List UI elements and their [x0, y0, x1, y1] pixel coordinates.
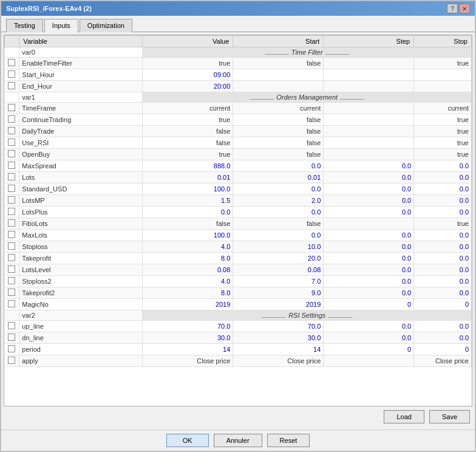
- row-stop[interactable]: current: [414, 103, 472, 114]
- row-stop[interactable]: 0.0: [414, 276, 472, 287]
- row-value[interactable]: 4.0: [143, 276, 233, 287]
- checkbox[interactable]: [8, 345, 15, 352]
- row-stop[interactable]: 0.0: [414, 230, 472, 241]
- row-value[interactable]: 30.0: [143, 332, 233, 344]
- row-step[interactable]: [324, 114, 414, 126]
- checkbox[interactable]: [8, 219, 15, 227]
- checkbox[interactable]: [8, 196, 15, 204]
- row-start[interactable]: 20.0: [233, 253, 324, 264]
- row-stop[interactable]: 0.0: [414, 264, 472, 276]
- row-stop[interactable]: true: [414, 218, 472, 230]
- row-stop[interactable]: 0.0: [414, 160, 472, 172]
- row-stop[interactable]: 0.0: [414, 183, 472, 195]
- row-step[interactable]: 0.0: [324, 332, 414, 344]
- row-stop[interactable]: [414, 69, 472, 81]
- row-value[interactable]: current: [143, 103, 233, 114]
- row-step[interactable]: 0.0: [324, 172, 414, 183]
- row-stop[interactable]: 0.0: [414, 172, 472, 183]
- row-step[interactable]: [324, 218, 414, 230]
- row-value[interactable]: 20:00: [143, 81, 233, 92]
- row-step[interactable]: 0.0: [324, 195, 414, 207]
- row-stop[interactable]: 0: [414, 344, 472, 355]
- row-value[interactable]: 0.08: [143, 264, 233, 276]
- save-button[interactable]: Save: [429, 410, 470, 423]
- row-value[interactable]: 100.0: [143, 183, 233, 195]
- row-start[interactable]: Close price: [233, 355, 324, 367]
- row-value[interactable]: 70.0: [143, 321, 233, 332]
- tab-testing[interactable]: Testing: [6, 19, 43, 32]
- row-step[interactable]: 0.0: [324, 207, 414, 218]
- row-stop[interactable]: 0.0: [414, 321, 472, 332]
- checkbox[interactable]: [8, 82, 15, 89]
- cancel-button[interactable]: Annuler: [214, 434, 262, 447]
- checkbox[interactable]: [8, 334, 15, 341]
- row-value[interactable]: 1.5: [143, 195, 233, 207]
- row-value[interactable]: false: [143, 126, 233, 137]
- checkbox[interactable]: [8, 277, 15, 284]
- row-step[interactable]: 0.0: [324, 183, 414, 195]
- row-stop[interactable]: 0.0: [414, 241, 472, 253]
- row-step[interactable]: [324, 126, 414, 137]
- row-start[interactable]: 7.0: [233, 276, 324, 287]
- row-value[interactable]: 09:00: [143, 69, 233, 81]
- close-button[interactable]: ✕: [459, 4, 470, 13]
- checkbox[interactable]: [8, 265, 15, 273]
- checkbox[interactable]: [8, 162, 15, 169]
- row-stop[interactable]: true: [414, 58, 472, 69]
- row-start[interactable]: false: [233, 58, 324, 69]
- checkbox[interactable]: [8, 254, 15, 261]
- row-value[interactable]: 100.0: [143, 230, 233, 241]
- row-stop[interactable]: 0: [414, 299, 472, 310]
- row-value[interactable]: false: [143, 218, 233, 230]
- params-table-container[interactable]: Variable Value Start Step Stop var0 Time…: [4, 35, 472, 406]
- row-start[interactable]: 0.08: [233, 264, 324, 276]
- row-start[interactable]: 0.0: [233, 160, 324, 172]
- row-stop[interactable]: true: [414, 149, 472, 160]
- row-step[interactable]: [324, 355, 414, 367]
- row-stop[interactable]: 0.0: [414, 207, 472, 218]
- row-start[interactable]: 2019: [233, 299, 324, 310]
- row-value[interactable]: 8.0: [143, 253, 233, 264]
- row-start[interactable]: 9.0: [233, 287, 324, 299]
- row-value[interactable]: true: [143, 149, 233, 160]
- row-value[interactable]: 4.0: [143, 241, 233, 253]
- row-start[interactable]: 10.0: [233, 241, 324, 253]
- row-start[interactable]: false: [233, 137, 324, 149]
- row-value[interactable]: 14: [143, 344, 233, 355]
- row-value[interactable]: true: [143, 58, 233, 69]
- ok-button[interactable]: OK: [166, 434, 209, 447]
- checkbox[interactable]: [8, 289, 15, 296]
- row-step[interactable]: 0.0: [324, 241, 414, 253]
- row-stop[interactable]: true: [414, 137, 472, 149]
- row-start[interactable]: 0.01: [233, 172, 324, 183]
- checkbox[interactable]: [8, 139, 15, 146]
- row-step[interactable]: 0: [324, 344, 414, 355]
- row-stop[interactable]: 0.0: [414, 195, 472, 207]
- checkbox[interactable]: [8, 150, 15, 157]
- row-stop[interactable]: true: [414, 114, 472, 126]
- tab-optimization[interactable]: Optimization: [80, 19, 132, 32]
- checkbox[interactable]: [8, 322, 15, 329]
- row-step[interactable]: [324, 81, 414, 92]
- reset-button[interactable]: Reset: [267, 434, 310, 447]
- row-start[interactable]: 30.0: [233, 332, 324, 344]
- row-step[interactable]: 0.0: [324, 230, 414, 241]
- row-step[interactable]: 0.0: [324, 264, 414, 276]
- row-value[interactable]: 2019: [143, 299, 233, 310]
- row-step[interactable]: 0.0: [324, 321, 414, 332]
- checkbox[interactable]: [8, 127, 15, 134]
- checkbox[interactable]: [8, 104, 15, 111]
- row-step[interactable]: 0.0: [324, 253, 414, 264]
- row-start[interactable]: 70.0: [233, 321, 324, 332]
- row-value[interactable]: Close price: [143, 355, 233, 367]
- checkbox[interactable]: [8, 185, 15, 192]
- row-value[interactable]: false: [143, 137, 233, 149]
- row-step[interactable]: [324, 103, 414, 114]
- row-start[interactable]: 14: [233, 344, 324, 355]
- row-start[interactable]: false: [233, 126, 324, 137]
- row-stop[interactable]: [414, 81, 472, 92]
- load-button[interactable]: Load: [384, 410, 424, 423]
- row-stop[interactable]: 0.0: [414, 332, 472, 344]
- row-step[interactable]: [324, 149, 414, 160]
- row-step[interactable]: 0.0: [324, 287, 414, 299]
